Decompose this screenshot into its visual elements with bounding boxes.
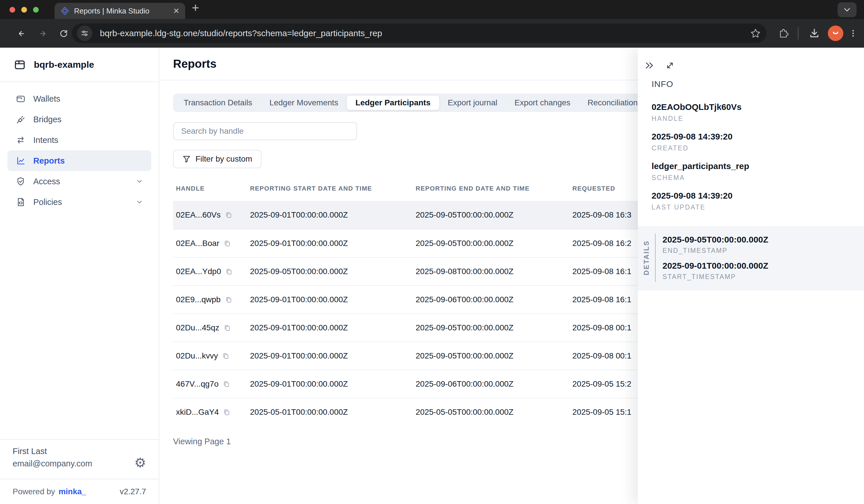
table-row[interactable]: 02EA...60Vs 2025-09-01T00:00:00.000Z 202… — [173, 201, 716, 229]
row-handle: 02Du...kvvy — [176, 351, 218, 360]
chevron-down-icon — [136, 198, 143, 206]
tab-search-button[interactable] — [838, 2, 856, 17]
toolbar-divider — [798, 19, 799, 48]
info-field-label: CREATED — [651, 144, 864, 152]
table-body: 02EA...60Vs 2025-09-01T00:00:00.000Z 202… — [173, 201, 716, 426]
browser-chrome: Reports | Minka Studio ✕ + bqrb-example.… — [0, 0, 864, 48]
copy-icon[interactable] — [223, 380, 230, 388]
user-block: First Last email@company.com ⚙ — [0, 439, 159, 479]
row-start-date: 2025-09-05T00:00:00.000Z — [250, 267, 416, 276]
info-field-label: SCHEMA — [651, 174, 864, 182]
table-row[interactable]: xkiD...GaY4 2025-05-01T00:00:00.000Z 202… — [173, 398, 716, 426]
info-field: ledger_participants_rep SCHEMA — [651, 161, 864, 182]
row-end-date: 2025-09-06T00:00:00.000Z — [416, 295, 572, 304]
swap-arrows-icon — [15, 135, 26, 145]
copy-icon[interactable] — [222, 352, 230, 360]
browser-tab[interactable]: Reports | Minka Studio ✕ — [55, 3, 185, 19]
table-row[interactable]: 02EA...Ydp0 2025-09-05T00:00:00.000Z 202… — [173, 257, 716, 285]
window-controls[interactable] — [10, 7, 39, 13]
table-row[interactable]: 02Du...kvvy 2025-09-01T00:00:00.000Z 202… — [173, 341, 716, 370]
user-name: First Last — [13, 447, 92, 456]
report-tabs: Transaction Details Ledger Movements Led… — [173, 94, 648, 112]
info-field-value: 02EAObOQLbTjk60Vs — [651, 102, 864, 112]
chevron-down-icon — [842, 5, 852, 15]
table-row[interactable]: 467V...qg7o 2025-09-01T00:00:00.000Z 202… — [173, 370, 716, 398]
row-end-date: 2025-05-05T00:00:00.000Z — [416, 408, 572, 417]
tab-reconciliation[interactable]: Reconciliation — [579, 96, 646, 110]
copy-icon[interactable] — [225, 211, 232, 219]
sidebar: bqrb-example Wallets Bridges Intents Rep… — [0, 48, 159, 504]
favicon-minka-icon — [60, 6, 70, 15]
tab-export-changes[interactable]: Export changes — [506, 96, 579, 110]
copy-icon[interactable] — [225, 296, 232, 304]
panel-title: INFO — [651, 79, 864, 89]
table-row[interactable]: 02Du...45qz 2025-09-01T00:00:00.000Z 202… — [173, 313, 716, 341]
back-icon[interactable] — [17, 28, 27, 39]
row-end-date: 2025-09-05T00:00:00.000Z — [416, 323, 572, 332]
info-field-label: LAST UPDATE — [651, 204, 864, 211]
detail-field-label: END_TIMESTAMP — [662, 247, 768, 255]
copy-icon[interactable] — [225, 268, 233, 276]
copy-icon[interactable] — [223, 324, 231, 332]
row-start-date: 2025-09-01T00:00:00.000Z — [250, 211, 416, 219]
details-fields: 2025-09-05T00:00:00.000Z END_TIMESTAMP 2… — [655, 233, 768, 282]
extensions-icon[interactable] — [777, 19, 789, 48]
new-tab-button[interactable]: + — [192, 1, 199, 15]
site-settings-icon[interactable] — [77, 26, 93, 41]
sidebar-item-reports[interactable]: Reports — [8, 151, 151, 171]
details-section-label: DETAILS — [643, 240, 650, 275]
detail-field: 2025-09-01T00:00:00.000Z START_TIMESTAMP — [662, 261, 768, 281]
bridge-plug-icon — [15, 114, 26, 124]
copy-icon[interactable] — [223, 240, 231, 248]
browser-menu-icon[interactable] — [848, 19, 858, 48]
row-end-date: 2025-09-05T00:00:00.000Z — [416, 239, 572, 248]
sidebar-item-policies[interactable]: Policies — [8, 192, 151, 212]
sidebar-item-access[interactable]: Access — [8, 171, 151, 192]
fullscreen-window-button[interactable] — [33, 7, 39, 13]
table-row[interactable]: 02E9...qwpb 2025-09-01T00:00:00.000Z 202… — [173, 285, 716, 313]
row-start-date: 2025-05-01T00:00:00.000Z — [250, 408, 416, 417]
row-end-date: 2025-09-08T00:00:00.000Z — [416, 267, 572, 276]
powered-by-text: Powered by — [13, 487, 55, 496]
version-label: v2.27.7 — [120, 487, 146, 496]
reload-icon[interactable] — [59, 28, 69, 39]
tab-transaction-details[interactable]: Transaction Details — [175, 96, 261, 110]
info-panel: INFO 02EAObOQLbTjk60Vs HANDLE 2025-09-08… — [638, 48, 864, 504]
detail-field-label: START_TIMESTAMP — [662, 273, 768, 281]
column-header-start: REPORTING START DATE AND TIME — [250, 185, 416, 192]
copy-icon[interactable] — [223, 408, 230, 416]
sidebar-item-label: Bridges — [33, 115, 61, 124]
tab-ledger-movements[interactable]: Ledger Movements — [261, 96, 347, 110]
sidebar-nav: Wallets Bridges Intents Reports Access — [0, 82, 159, 212]
settings-gear-icon[interactable]: ⚙ — [134, 456, 146, 469]
sidebar-item-intents[interactable]: Intents — [8, 130, 151, 151]
table-row[interactable]: 02EA...Boar 2025-09-01T00:00:00.000Z 202… — [173, 229, 716, 257]
row-handle: 02Du...45qz — [176, 323, 219, 332]
expand-panel-icon[interactable] — [665, 60, 675, 71]
info-field-value: 2025-09-08 14:39:20 — [651, 191, 864, 201]
url-text[interactable]: bqrb-example.ldg-stg.one/studio/reports?… — [100, 28, 750, 38]
sidebar-item-wallets[interactable]: Wallets — [8, 88, 151, 109]
minka-brand-link[interactable]: minka_ — [59, 487, 86, 496]
row-start-date: 2025-09-01T00:00:00.000Z — [250, 295, 416, 304]
tab-close-icon[interactable]: ✕ — [173, 7, 179, 15]
forward-icon[interactable] — [37, 28, 48, 39]
close-window-button[interactable] — [10, 7, 15, 13]
chevron-down-icon — [136, 178, 143, 185]
sidebar-item-label: Policies — [33, 197, 62, 207]
sidebar-item-bridges[interactable]: Bridges — [8, 109, 151, 130]
download-icon[interactable] — [808, 19, 820, 48]
url-bar[interactable]: bqrb-example.ldg-stg.one/studio/reports?… — [72, 24, 766, 43]
bookmark-star-icon[interactable] — [750, 27, 761, 39]
row-start-date: 2025-09-01T00:00:00.000Z — [250, 380, 416, 388]
collapse-panel-icon[interactable] — [644, 60, 655, 71]
minimize-window-button[interactable] — [21, 7, 27, 13]
search-input[interactable] — [173, 122, 357, 140]
org-header[interactable]: bqrb-example — [0, 48, 159, 82]
sidebar-item-label: Access — [33, 177, 60, 186]
tab-ledger-participants[interactable]: Ledger Participants — [347, 96, 439, 110]
tab-export-journal[interactable]: Export journal — [439, 96, 506, 110]
profile-avatar[interactable] — [828, 19, 843, 48]
row-handle: 02EA...Ydp0 — [176, 267, 221, 276]
filter-by-custom-button[interactable]: Filter by custom — [173, 150, 262, 168]
